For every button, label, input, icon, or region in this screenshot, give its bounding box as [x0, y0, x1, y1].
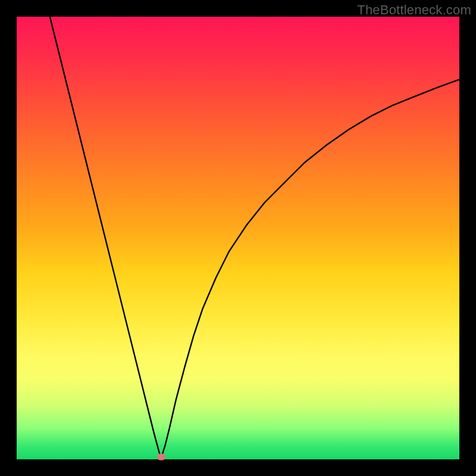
watermark-text: TheBottleneck.com	[357, 2, 471, 18]
optimum-marker	[157, 453, 165, 460]
chart-frame: TheBottleneck.com	[0, 0, 476, 476]
bottleneck-curve	[17, 17, 459, 459]
chart-plot-area	[17, 17, 459, 459]
